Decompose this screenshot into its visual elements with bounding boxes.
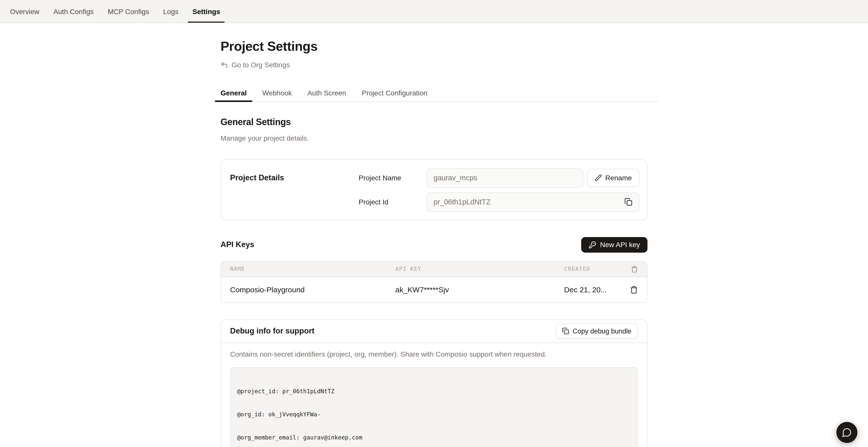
- tab-project-configuration[interactable]: Project Configuration: [356, 85, 433, 101]
- general-settings-subheading: Manage your project details.: [220, 134, 648, 142]
- nav-item-settings[interactable]: Settings: [192, 0, 220, 23]
- api-keys-heading: API Keys: [220, 240, 254, 249]
- go-to-org-settings-link[interactable]: Go to Org Settings: [220, 61, 290, 69]
- corner-up-left-icon: [220, 61, 228, 69]
- project-id-row: Project Id pr_06th1pLdNtTZ: [359, 192, 640, 212]
- new-api-key-button[interactable]: New API key: [581, 237, 648, 252]
- nav-item-auth-configs[interactable]: Auth Configs: [54, 0, 94, 23]
- tab-webhook[interactable]: Webhook: [257, 85, 298, 101]
- api-keys-table: NAME API KEY CREATED Composio-Playground…: [220, 261, 648, 302]
- debug-bundle-code-block: @project_id: pr_06th1pLdNtTZ @org_id: ok…: [230, 367, 638, 447]
- api-keys-header: API Keys New API key: [220, 237, 648, 252]
- tab-auth-screen[interactable]: Auth Screen: [302, 85, 352, 101]
- column-header-name: NAME: [230, 266, 395, 272]
- trash-icon: [630, 286, 638, 293]
- copy-icon: [624, 198, 632, 206]
- tab-general[interactable]: General: [215, 85, 252, 101]
- column-header-created: CREATED: [564, 266, 627, 272]
- api-key-table-row: Composio-Playground ak_KW7*****Sjv Dec 2…: [221, 277, 647, 302]
- debug-description: Contains non-secret identifiers (project…: [230, 350, 638, 358]
- code-line: @org_member_email: gaurav@inkeep.com: [237, 434, 631, 442]
- code-line: @org_id: ok_jVveqqkYFWa-: [237, 411, 631, 419]
- debug-info-card: Debug info for support Copy debug bundle…: [220, 319, 648, 447]
- chat-bubble-icon: [842, 427, 852, 438]
- chat-support-button[interactable]: [836, 422, 858, 443]
- trash-icon: [631, 265, 638, 273]
- api-keys-table-header: NAME API KEY CREATED: [221, 261, 647, 277]
- project-details-title: Project Details: [230, 168, 359, 182]
- debug-info-title: Debug info for support: [230, 326, 314, 336]
- settings-tabs: General Webhook Auth Screen Project Conf…: [215, 85, 659, 102]
- go-to-org-settings-label: Go to Org Settings: [231, 61, 290, 69]
- project-id-value: pr_06th1pLdNtTZ: [434, 198, 491, 206]
- main-content: Project Settings Go to Org Settings Gene…: [220, 23, 648, 447]
- rename-label: Rename: [605, 174, 632, 182]
- nav-item-mcp-configs[interactable]: MCP Configs: [108, 0, 149, 23]
- project-name-input[interactable]: [427, 168, 583, 188]
- copy-debug-bundle-button[interactable]: Copy debug bundle: [556, 323, 638, 339]
- api-key-created-cell: Dec 21, 20...: [564, 285, 627, 294]
- project-id-field: pr_06th1pLdNtTZ: [427, 192, 640, 212]
- pencil-icon: [595, 174, 602, 181]
- new-api-key-label: New API key: [600, 241, 640, 249]
- top-navigation: Overview Auth Configs MCP Configs Logs S…: [0, 0, 868, 23]
- project-name-label: Project Name: [359, 174, 427, 182]
- page: Overview Auth Configs MCP Configs Logs S…: [0, 0, 868, 447]
- project-details-card: Project Details Project Name Rename: [220, 159, 648, 220]
- general-settings-heading: General Settings: [220, 117, 648, 127]
- nav-item-overview[interactable]: Overview: [10, 0, 39, 23]
- copy-icon: [562, 327, 569, 334]
- rename-button[interactable]: Rename: [587, 169, 640, 187]
- code-line: @project_id: pr_06th1pLdNtTZ: [237, 388, 631, 395]
- copy-project-id-button[interactable]: [624, 198, 632, 206]
- project-name-row: Project Name Rename: [359, 168, 640, 188]
- page-title: Project Settings: [220, 23, 648, 54]
- project-id-label: Project Id: [359, 198, 427, 206]
- delete-api-key-button[interactable]: [630, 286, 638, 293]
- copy-debug-bundle-label: Copy debug bundle: [572, 327, 631, 335]
- nav-item-logs[interactable]: Logs: [163, 0, 179, 23]
- key-icon: [588, 241, 596, 248]
- column-header-api-key: API KEY: [395, 266, 564, 272]
- api-key-name-cell: Composio-Playground: [230, 285, 395, 294]
- api-key-value-cell: ak_KW7*****Sjv: [395, 285, 564, 294]
